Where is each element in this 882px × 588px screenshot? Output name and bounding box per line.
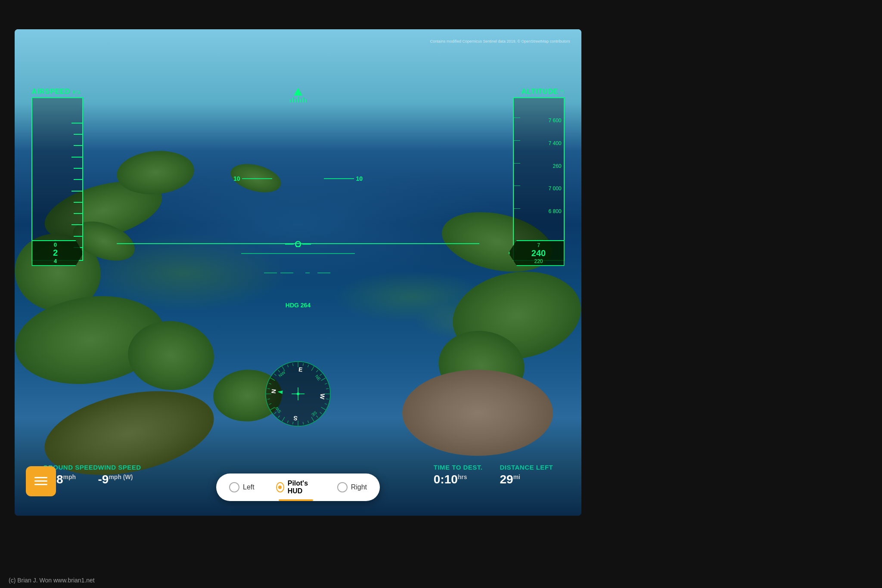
view-icon-left: [229, 482, 239, 492]
page-watermark: (c) Brian J. Won www.brian1.net: [9, 577, 95, 584]
hud-overlay: Contains modified Copernicus Sentinel da…: [15, 29, 581, 516]
time-to-dest-label: TIME TO DEST.: [434, 464, 483, 471]
view-option-pilots-hud[interactable]: Pilot's HUD: [272, 477, 320, 498]
time-to-dest-value: 0:10hrs: [434, 473, 483, 486]
active-indicator-bar: [279, 499, 313, 501]
time-to-dest-display: TIME TO DEST. 0:10hrs: [434, 464, 483, 486]
outer-frame: Contains modified Copernicus Sentinel da…: [0, 0, 882, 588]
airspeed-label: AIRSPEED kts: [31, 88, 81, 96]
view-label-right: Right: [351, 483, 367, 491]
altitude-label: ALTITUDE ft: [521, 88, 564, 96]
dashed-lines: [264, 272, 330, 273]
wind-speed-display: WIND SPEED -9mph (W): [98, 464, 141, 486]
svg-text:N: N: [270, 389, 277, 394]
horizon-line-left: [117, 243, 479, 244]
distance-left-label: DISTANCE LEFT: [500, 464, 553, 471]
svg-text:S: S: [293, 415, 298, 422]
alt-tick-260: 260: [553, 163, 562, 169]
watermark-line: [241, 253, 354, 254]
altitude-tape: 7 600 7 400 260 7 000 6 800: [513, 97, 565, 261]
view-icon-inner-pilots-hud: [278, 486, 282, 489]
distance-left-value: 29mi: [500, 473, 553, 486]
svg-point-51: [297, 393, 299, 395]
altitude-current-box: 260 7 240 220 ___: [509, 240, 565, 266]
pitch-triangle: [294, 88, 302, 96]
view-label-pilots-hud: Pilot's HUD: [288, 480, 316, 495]
alt-tick-7000: 7 000: [549, 186, 562, 192]
distance-left-display: DISTANCE LEFT 29mi: [500, 464, 553, 486]
wind-speed-label: WIND SPEED: [98, 464, 141, 471]
view-option-left[interactable]: Left: [225, 480, 259, 495]
view-selector: Left Pilot's HUD Right: [216, 473, 380, 501]
alt-tick-7400: 7 400: [549, 140, 562, 146]
view-option-right[interactable]: Right: [333, 480, 371, 495]
aircraft-symbol: [285, 240, 311, 248]
compass-rose-container: N S E W NE SE SW NW: [264, 359, 332, 428]
compass-rose: N S E W NE SE SW NW: [264, 359, 332, 428]
pitch-label-left-10: 10: [233, 175, 240, 182]
pitch-ticks: [290, 96, 306, 102]
menu-icon-line-3: [34, 484, 47, 485]
pitch-indicator: [290, 88, 306, 102]
svg-text:E: E: [298, 365, 303, 373]
hdg-label: HDG 264: [286, 302, 311, 309]
view-label-left: Left: [243, 483, 255, 491]
airspeed-tape: [31, 97, 83, 261]
view-icon-right: [337, 482, 348, 492]
copyright-text: Contains modified Copernicus Sentinel da…: [430, 39, 570, 43]
view-icon-pilots-hud: [276, 482, 284, 492]
wind-speed-value: -9mph (W): [98, 473, 141, 486]
menu-icon-line-2: [34, 480, 47, 482]
airspeed-current-box: 5 0 2 4 9: [31, 240, 83, 266]
alt-tick-6800: 6 800: [549, 208, 562, 214]
menu-button[interactable]: [26, 466, 56, 496]
pitch-label-right-10: 10: [356, 175, 363, 182]
svg-point-2: [295, 241, 301, 247]
svg-text:W: W: [319, 393, 326, 400]
alt-tick-7600: 7 600: [549, 118, 562, 124]
flight-display-screen: Contains modified Copernicus Sentinel da…: [15, 29, 581, 516]
airspeed-main-digit: 2: [53, 248, 58, 258]
altitude-main-value: 240: [531, 248, 546, 258]
menu-icon-line-1: [34, 477, 47, 478]
